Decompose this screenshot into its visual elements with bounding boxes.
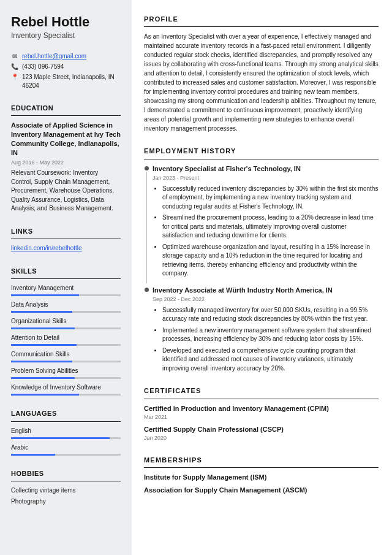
memberships-list: Institute for Supply Management (ISM)Ass… — [144, 473, 379, 496]
skill-bar — [11, 454, 121, 456]
divider — [11, 481, 121, 481]
jobs-list: Inventory Specialist at Fisher's Technol… — [144, 164, 379, 373]
education-degree: Associate of Applied Science in Inventor… — [11, 121, 121, 157]
hobby-item: Photography — [11, 497, 121, 506]
certificates-heading: CERTIFICATES — [144, 386, 379, 396]
divider — [144, 399, 379, 399]
education-dates: Aug 2018 - May 2022 — [11, 159, 121, 167]
skill-item: Arabic — [11, 443, 121, 456]
membership-item: Institute for Supply Management (ISM) — [144, 473, 379, 482]
candidate-name: Rebel Hottle — [11, 15, 121, 29]
job-bullet: Developed and executed a comprehensive c… — [162, 346, 379, 373]
job-bullet: Implemented a new inventory management s… — [162, 326, 379, 344]
hobbies-list: Collecting vintage itemsPhotography — [11, 486, 121, 506]
email-icon: ✉ — [11, 52, 18, 61]
skill-name: Knowledge of Inventory Software — [11, 383, 121, 392]
job-bullet: Streamlined the procurement process, lea… — [162, 213, 379, 240]
skill-item: Communication Skills — [11, 350, 121, 362]
job-dates: Sep 2022 - Dec 2022 — [153, 296, 379, 304]
memberships-heading: MEMBERSHIPS — [144, 456, 379, 465]
languages-heading: LANGUAGES — [11, 409, 121, 418]
skill-bar — [11, 327, 121, 329]
certificates-list: Certified in Production and Inventory Ma… — [144, 404, 379, 442]
sidebar: Rebel Hottle Inventory Specialist ✉ rebe… — [0, 0, 132, 555]
divider — [144, 26, 379, 27]
phone-text: (433) 096-7594 — [22, 63, 64, 71]
address-text: 123 Maple Street, Indianapolis, IN 46204 — [22, 73, 121, 90]
skill-name: Attention to Detail — [11, 334, 121, 342]
hobby-item: Collecting vintage items — [11, 486, 121, 495]
links-heading: LINKS — [11, 227, 121, 236]
education-heading: EDUCATION — [11, 104, 121, 113]
skill-item: English — [11, 427, 121, 439]
skill-name: Communication Skills — [11, 350, 121, 359]
skill-item: Problem Solving Abilities — [11, 367, 121, 379]
profile-text: As an Inventory Specialist with over a y… — [144, 32, 379, 133]
membership-item: Association for Supply Chain Management … — [144, 486, 379, 495]
divider — [11, 421, 121, 422]
skill-name: English — [11, 427, 121, 435]
skill-name: Arabic — [11, 443, 121, 452]
education-coursework: Relevant Coursework: Inventory Control, … — [11, 169, 121, 213]
contact-phone-row: 📞 (433) 096-7594 — [11, 63, 121, 71]
contact-email-row: ✉ rebel.hottle@gmail.com — [11, 52, 121, 61]
job-entry: Inventory Specialist at Fisher's Technol… — [144, 164, 379, 278]
candidate-title: Inventory Specialist — [11, 31, 121, 41]
job-bullet: Successfully reduced inventory discrepan… — [162, 185, 379, 212]
skill-bar — [11, 361, 121, 362]
divider — [11, 115, 121, 116]
certificate-date: Mar 2021 — [144, 413, 379, 421]
profile-heading: PROFILE — [144, 15, 379, 24]
location-icon: 📍 — [11, 73, 18, 82]
skill-bar — [11, 377, 121, 379]
email-link[interactable]: rebel.hottle@gmail.com — [22, 52, 86, 61]
skill-item: Attention to Detail — [11, 334, 121, 346]
skill-item: Data Analysis — [11, 300, 121, 313]
divider — [144, 467, 379, 468]
certificate-title: Certified in Production and Inventory Ma… — [144, 404, 379, 413]
employment-heading: EMPLOYMENT HISTORY — [144, 147, 379, 156]
job-title: Inventory Associate at Würth Industry No… — [153, 286, 379, 295]
divider — [11, 278, 121, 279]
skill-name: Organizational Skills — [11, 317, 121, 326]
skill-name: Problem Solving Abilities — [11, 367, 121, 375]
divider — [144, 159, 379, 159]
job-bullet: Successfully managed inventory for over … — [162, 306, 379, 324]
job-entry: Inventory Associate at Würth Industry No… — [144, 286, 379, 373]
skill-item: Organizational Skills — [11, 317, 121, 329]
divider — [11, 239, 121, 239]
job-bullets: Successfully reduced inventory discrepan… — [153, 185, 379, 278]
skill-item: Knowledge of Inventory Software — [11, 383, 121, 396]
job-bullets: Successfully managed inventory for over … — [153, 306, 379, 373]
certificate-date: Jan 2020 — [144, 434, 379, 442]
skill-name: Data Analysis — [11, 300, 121, 309]
contact-address-row: 📍 123 Maple Street, Indianapolis, IN 462… — [11, 73, 121, 90]
languages-list: EnglishArabic — [11, 427, 121, 456]
job-dates: Jan 2023 - Present — [153, 174, 379, 182]
skills-list: Inventory ManagementData AnalysisOrganiz… — [11, 284, 121, 396]
main-column: PROFILE As an Inventory Specialist with … — [132, 0, 392, 555]
skill-name: Inventory Management — [11, 284, 121, 293]
skills-heading: SKILLS — [11, 267, 121, 276]
skill-bar — [11, 344, 121, 346]
skill-item: Inventory Management — [11, 284, 121, 296]
phone-icon: 📞 — [11, 63, 18, 71]
job-title: Inventory Specialist at Fisher's Technol… — [153, 164, 379, 174]
skill-bar — [11, 437, 121, 439]
skill-bar — [11, 294, 121, 296]
certificate-title: Certified Supply Chain Professional (CSC… — [144, 425, 379, 434]
hobbies-heading: HOBBIES — [11, 469, 121, 478]
job-bullet: Optimized warehouse organization and lay… — [162, 243, 379, 278]
skill-bar — [11, 311, 121, 313]
skill-bar — [11, 394, 121, 396]
linkedin-link[interactable]: linkedin.com/in/rebelhottle — [11, 245, 82, 251]
